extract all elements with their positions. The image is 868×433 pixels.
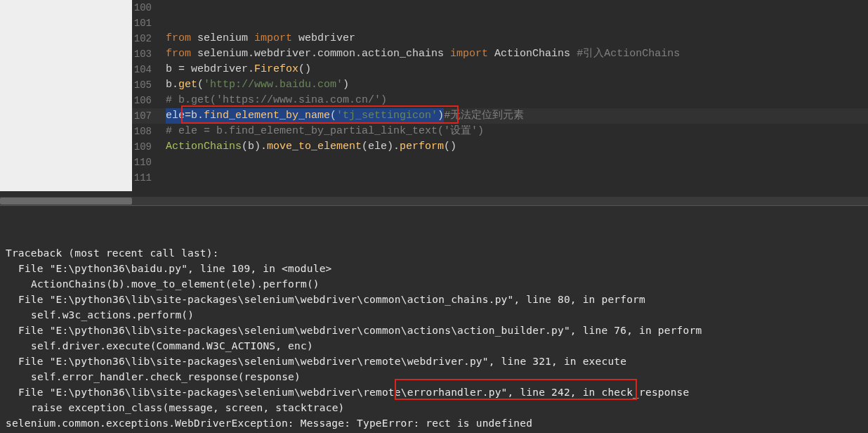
code-token: (b). <box>242 139 267 155</box>
code-content[interactable]: ele=b.find_element_by_name('tj_settingic… <box>166 108 524 124</box>
terminal-line: self.w3c_actions.perform() <box>6 307 862 323</box>
terminal-line: self.driver.execute(Command.W3C_ACTIONS,… <box>6 338 862 354</box>
line-number: 108 <box>132 124 166 139</box>
terminal-output[interactable]: Traceback (most recent call last):File "… <box>0 206 868 433</box>
terminal-line: self.error_handler.check_response(respon… <box>6 369 862 384</box>
code-token: ( <box>330 108 336 124</box>
code-token: b. <box>166 77 178 93</box>
code-token: find_element_by_name <box>204 108 330 124</box>
code-content[interactable]: # ele = b.find_element_by_partial_link_t… <box>166 124 484 139</box>
code-token: () <box>444 139 456 155</box>
code-line[interactable]: 102from selenium import webdriver <box>132 31 868 46</box>
line-number: 106 <box>132 93 166 108</box>
code-content[interactable]: b.get('http://www.baidu.com') <box>166 77 349 93</box>
code-line[interactable]: 103from selenium.webdriver.common.action… <box>132 46 868 62</box>
line-number: 110 <box>132 155 166 170</box>
code-line[interactable]: 106# b.get('https://www.sina.com.cn/') <box>132 93 868 108</box>
code-line[interactable]: 104b = webdriver.Firefox() <box>132 62 868 77</box>
horizontal-scrollbar[interactable] <box>0 197 868 205</box>
code-content[interactable]: ActionChains(b).move_to_element(ele).per… <box>166 139 456 155</box>
terminal-line: File "E:\python36\lib\site-packages\sele… <box>6 323 862 338</box>
terminal-line: selenium.common.exceptions.WebDriverExce… <box>6 415 862 431</box>
code-token: Firefox <box>254 62 298 77</box>
horizontal-scrollbar-thumb[interactable] <box>0 198 132 205</box>
line-number: 101 <box>132 15 166 31</box>
top-section: 100101102from selenium import webdriver1… <box>0 0 868 197</box>
code-token: import <box>450 46 494 62</box>
code-content[interactable]: from selenium.webdriver.common.action_ch… <box>166 46 680 62</box>
code-token: () <box>298 62 311 77</box>
code-token: b = webdriver. <box>166 62 254 77</box>
line-number: 103 <box>132 46 166 62</box>
code-token: selenium <box>197 31 254 46</box>
code-token: from <box>166 31 197 46</box>
terminal-line: File "E:\python36\baidu.py", line 109, i… <box>6 261 862 276</box>
code-token: move_to_element <box>267 139 362 155</box>
code-content[interactable]: b = webdriver.Firefox() <box>166 62 311 77</box>
code-token: (ele). <box>362 139 400 155</box>
terminal-line: ActionChains(b).move_to_element(ele).per… <box>6 276 862 292</box>
terminal-line: raise exception_class(message, screen, s… <box>6 400 862 415</box>
line-number: 107 <box>132 108 166 124</box>
code-line[interactable]: 110 <box>132 155 868 170</box>
code-token: 'http://www.baidu.com' <box>204 77 343 93</box>
code-token: get <box>178 77 197 93</box>
line-number: 109 <box>132 139 166 155</box>
code-content[interactable]: from selenium import webdriver <box>166 31 355 46</box>
code-token: ) <box>438 108 444 124</box>
code-line[interactable]: 100 <box>132 0 868 15</box>
code-line[interactable]: 109ActionChains(b).move_to_element(ele).… <box>132 139 868 155</box>
left-sidebar <box>0 0 132 191</box>
code-line[interactable]: 111 <box>132 170 868 186</box>
code-token: #无法定位到元素 <box>444 108 524 124</box>
line-number: 104 <box>132 62 166 77</box>
code-line[interactable]: 108# ele = b.find_element_by_partial_lin… <box>132 124 868 139</box>
terminal-line: File "E:\python36\lib\site-packages\sele… <box>6 292 862 307</box>
code-token: ActionChains <box>166 139 242 155</box>
code-token: perform <box>400 139 444 155</box>
code-line[interactable]: 105b.get('http://www.baidu.com') <box>132 77 868 93</box>
terminal-line: File "E:\python36\lib\site-packages\sele… <box>6 354 862 369</box>
code-token: ( <box>197 77 204 93</box>
code-line[interactable]: 107ele=b.find_element_by_name('tj_settin… <box>132 108 868 124</box>
code-editor[interactable]: 100101102from selenium import webdriver1… <box>132 0 868 197</box>
code-token: import <box>254 31 298 46</box>
line-number: 105 <box>132 77 166 93</box>
code-token: ) <box>343 77 349 93</box>
code-token: ele <box>166 108 185 124</box>
code-token: =b. <box>185 108 204 124</box>
code-token: 'tj_settingicon' <box>336 108 438 124</box>
code-token: selenium.webdriver.common.action_chains <box>197 46 450 62</box>
terminal-line: Traceback (most recent call last): <box>6 245 862 261</box>
terminal-line: File "E:\python36\lib\site-packages\sele… <box>6 384 862 400</box>
code-token: ActionChains <box>494 46 577 62</box>
code-token: # b.get('https://www.sina.com.cn/') <box>166 93 387 108</box>
code-content[interactable]: # b.get('https://www.sina.com.cn/') <box>166 93 387 108</box>
code-token: webdriver <box>298 31 355 46</box>
line-number: 102 <box>132 31 166 46</box>
code-token: # ele = b.find_element_by_partial_link_t… <box>166 124 484 139</box>
line-number: 111 <box>132 170 166 186</box>
line-number: 100 <box>132 0 166 15</box>
code-token: #引入ActionChains <box>577 46 680 62</box>
code-token: from <box>166 46 197 62</box>
code-line[interactable]: 101 <box>132 15 868 31</box>
